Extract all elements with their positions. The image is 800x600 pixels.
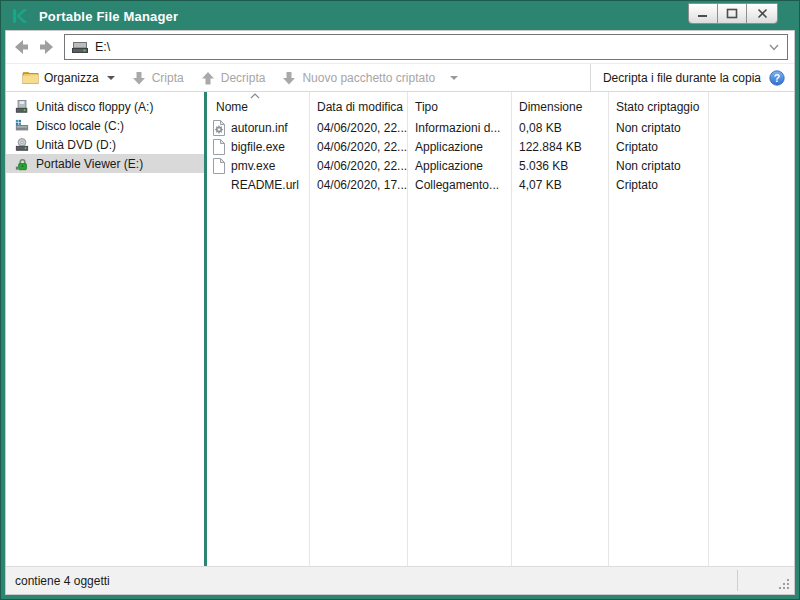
file-name: bigfile.exe — [231, 140, 285, 154]
file-size: 0,08 KB — [511, 121, 608, 135]
toolbar-right-group: Decripta i file durante la copia ? — [590, 64, 794, 91]
minimize-icon — [697, 9, 709, 19]
column-header-stato-criptaggio[interactable]: Stato criptaggio — [608, 100, 708, 118]
back-button[interactable] — [10, 34, 34, 60]
column-header-data-di-modifica[interactable]: Data di modifica — [309, 100, 407, 118]
kaspersky-logo-icon — [11, 6, 31, 26]
sidebar-item-floppy-a[interactable]: Unità disco floppy (A:) — [6, 97, 204, 116]
file-row[interactable]: README.url 04/06/2020, 17... Collegament… — [207, 175, 794, 194]
window-content: E:\ Organizza — [6, 31, 794, 594]
file-encryption-status: Non criptato — [608, 121, 708, 135]
decrypt-arrow-up-icon — [200, 70, 216, 86]
titlebar: Portable File Manager — [1, 1, 799, 31]
sidebar-item-label: Unità disco floppy (A:) — [36, 100, 153, 114]
address-bar[interactable]: E:\ — [64, 34, 788, 60]
file-modified: 04/06/2020, 22... — [309, 140, 407, 154]
sidebar-item-disk-c[interactable]: Disco locale (C:) — [6, 116, 204, 135]
forward-arrow-icon — [36, 37, 56, 57]
column-header-filler — [708, 114, 794, 118]
file-name-cell: bigfile.exe — [207, 139, 309, 155]
file-name-cell: autorun.inf — [207, 120, 309, 136]
column-separator — [608, 92, 609, 566]
status-bar: contiene 4 oggetti — [6, 566, 794, 594]
close-icon — [757, 8, 768, 19]
file-row[interactable]: bigfile.exe 04/06/2020, 22... Applicazio… — [207, 137, 794, 156]
decripta-label: Decripta — [221, 71, 266, 85]
resize-grip[interactable] — [777, 577, 791, 591]
blank-file-icon — [212, 158, 226, 174]
file-name: README.url — [231, 178, 299, 192]
new-package-arrow-down-icon — [281, 70, 297, 86]
file-name: autorun.inf — [231, 121, 288, 135]
nuovo-pacchetto-label: Nuovo pacchetto criptato — [302, 71, 435, 85]
floppy-drive-icon — [15, 99, 29, 115]
encrypt-arrow-down-icon — [131, 70, 147, 86]
cripta-button[interactable]: Cripta — [123, 66, 192, 90]
column-header-tipo[interactable]: Tipo — [407, 100, 511, 118]
file-encryption-status: Criptato — [608, 178, 708, 192]
drive-sidebar: Unità disco floppy (A:) Disco locale (C:… — [6, 92, 204, 566]
decrypt-on-copy-label: Decripta i file durante la copia — [603, 71, 761, 85]
file-name-cell: pmv.exe — [207, 158, 309, 174]
maximize-icon — [726, 8, 738, 19]
file-type: Collegamento... — [407, 178, 511, 192]
address-text: E:\ — [95, 40, 110, 54]
statusbar-separator — [737, 570, 738, 591]
navigation-bar: E:\ — [6, 31, 794, 63]
sidebar-item-label: Unità DVD (D:) — [36, 138, 116, 152]
portable-file-manager-window: Portable File Manager — [0, 0, 800, 600]
status-text: contiene 4 oggetti — [15, 574, 110, 588]
drive-icon — [71, 40, 89, 54]
column-header-nome[interactable]: Nome — [207, 100, 309, 118]
file-type: Informazioni d... — [407, 121, 511, 135]
lock-icon — [15, 156, 29, 172]
column-separator — [309, 92, 310, 566]
window-controls — [689, 3, 778, 24]
toolbar: Organizza Cripta Decripta Nuovo pacche — [6, 63, 794, 92]
file-type: Applicazione — [407, 140, 511, 154]
blank-file-icon — [212, 139, 226, 155]
file-encryption-status: Non criptato — [608, 159, 708, 173]
column-separator — [511, 92, 512, 566]
chevron-down-icon[interactable] — [767, 41, 781, 53]
sidebar-item-label: Disco locale (C:) — [36, 119, 124, 133]
file-size: 5.036 KB — [511, 159, 608, 173]
file-row[interactable]: autorun.inf 04/06/2020, 22... Informazio… — [207, 118, 794, 137]
column-header-dimensione[interactable]: Dimensione — [511, 100, 608, 118]
no-icon — [212, 177, 226, 193]
svg-text:?: ? — [774, 71, 780, 83]
sidebar-item-dvd-d[interactable]: Unità DVD (D:) — [6, 135, 204, 154]
nuovo-pacchetto-criptato-button[interactable]: Nuovo pacchetto criptato — [273, 66, 466, 90]
organizza-caret-icon — [107, 76, 115, 80]
file-modified: 04/06/2020, 22... — [309, 121, 407, 135]
back-arrow-icon — [12, 37, 32, 57]
folder-icon — [22, 70, 39, 85]
file-name: pmv.exe — [231, 159, 275, 173]
nuovo-pacchetto-caret-icon — [450, 76, 458, 80]
file-row[interactable]: pmv.exe 04/06/2020, 22... Applicazione 5… — [207, 156, 794, 175]
main-area: Unità disco floppy (A:) Disco locale (C:… — [6, 92, 794, 566]
sort-ascending-icon — [249, 93, 261, 99]
sidebar-item-label: Portable Viewer (E:) — [36, 157, 143, 171]
file-size: 4,07 KB — [511, 178, 608, 192]
window-title: Portable File Manager — [39, 9, 178, 24]
cripta-label: Cripta — [152, 71, 184, 85]
file-modified: 04/06/2020, 17... — [309, 178, 407, 192]
minimize-button[interactable] — [688, 3, 718, 24]
close-button[interactable] — [746, 3, 778, 24]
column-separator — [407, 92, 408, 566]
file-encryption-status: Criptato — [608, 140, 708, 154]
organizza-label: Organizza — [44, 71, 99, 85]
file-size: 122.884 KB — [511, 140, 608, 154]
sidebar-item-portable-viewer-e[interactable]: Portable Viewer (E:) — [6, 154, 204, 173]
list-header: Nome Data di modifica Tipo Dimensione St… — [207, 92, 794, 118]
help-icon[interactable]: ? — [769, 70, 785, 86]
forward-button[interactable] — [34, 34, 58, 60]
organizza-button[interactable]: Organizza — [14, 66, 123, 90]
decripta-button[interactable]: Decripta — [192, 66, 274, 90]
maximize-button[interactable] — [717, 3, 747, 24]
setup-file-icon — [212, 120, 226, 136]
file-list: Nome Data di modifica Tipo Dimensione St… — [207, 92, 794, 566]
column-separator — [708, 92, 709, 566]
file-type: Applicazione — [407, 159, 511, 173]
